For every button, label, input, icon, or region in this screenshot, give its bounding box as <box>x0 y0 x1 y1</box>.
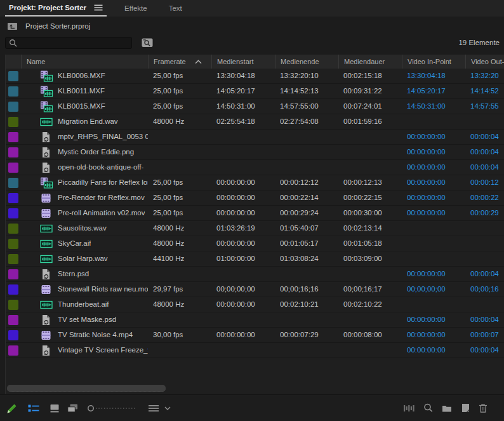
search-input[interactable] <box>5 37 132 49</box>
column-header-video-out-point[interactable]: Video Out-Point <box>465 55 504 69</box>
video-in-point-cell[interactable] <box>402 297 465 312</box>
media-end-cell[interactable]: 00:00:12:12 <box>275 175 338 190</box>
media-start-cell[interactable]: 14:05:20:17 <box>211 84 275 98</box>
delete-icon[interactable] <box>479 403 487 413</box>
video-out-point-cell[interactable] <box>465 236 504 251</box>
clip-name[interactable]: Mystic Order Eddie.png <box>58 145 134 159</box>
framerate-cell[interactable] <box>148 160 211 175</box>
video-out-point-cell[interactable]: 00:00:04 <box>465 130 504 144</box>
framerate-cell[interactable]: 48000 Hz <box>148 297 211 312</box>
framerate-cell[interactable]: 25,00 fps <box>148 190 211 205</box>
video-in-point-cell[interactable]: 14:50:31:00 <box>402 99 465 114</box>
label-color-chip[interactable] <box>8 86 18 97</box>
media-start-cell[interactable]: 00:00:00:00 <box>211 236 275 251</box>
video-in-point-cell[interactable]: 13:30:04:18 <box>402 69 465 83</box>
video-in-point-cell[interactable]: 14:05:20:17 <box>402 84 465 98</box>
clip-name[interactable]: Pre-roll Animation v02.mov <box>58 206 145 220</box>
media-start-cell[interactable] <box>211 145 275 159</box>
video-in-point-cell[interactable] <box>402 236 465 251</box>
clip-name[interactable]: Solar Harp.wav <box>58 251 108 266</box>
framerate-cell[interactable] <box>148 312 211 327</box>
video-in-point-cell[interactable] <box>402 251 465 266</box>
media-duration-cell[interactable]: 00:01:59:16 <box>338 114 402 129</box>
media-duration-cell[interactable] <box>338 343 402 358</box>
clip-name[interactable]: SkyCar.aif <box>58 236 91 251</box>
label-color-chip[interactable] <box>8 224 18 234</box>
column-header-medienende[interactable]: Medienende <box>275 55 338 69</box>
clip-name[interactable]: Migration End.wav <box>58 114 118 129</box>
video-in-point-cell[interactable]: 00:00:00:00 <box>402 175 465 190</box>
table-row[interactable]: Pre-Render for Reflex.mov25,00 fps00:00:… <box>6 190 504 206</box>
table-row[interactable]: Migration End.wav48000 Hz02:25:54:1802:2… <box>6 114 504 130</box>
horizontal-scrollbar-thumb[interactable] <box>7 385 166 392</box>
project-file-name[interactable]: Project Sorter.prproj <box>25 22 90 30</box>
video-out-point-cell[interactable]: 00:00:04 <box>465 343 504 358</box>
framerate-cell[interactable]: 48000 Hz <box>148 221 211 236</box>
table-row[interactable]: TV set Maske.psd00:00:00:0000:00:04 <box>6 312 504 328</box>
column-header-label[interactable] <box>6 55 21 69</box>
framerate-cell[interactable]: 25,00 fps <box>148 84 211 98</box>
table-row[interactable]: KLB0011.MXF25,00 fps14:05:20:1714:14:52:… <box>6 84 504 99</box>
framerate-cell[interactable]: 48000 Hz <box>148 114 211 129</box>
media-end-cell[interactable]: 00:00:07:29 <box>275 328 338 342</box>
video-out-point-cell[interactable] <box>465 221 504 236</box>
media-duration-cell[interactable]: 00:02:13:14 <box>338 221 402 236</box>
framerate-cell[interactable] <box>148 145 211 159</box>
new-item-icon[interactable] <box>461 403 470 413</box>
clip-name[interactable]: Stern.psd <box>58 267 89 281</box>
media-duration-cell[interactable]: 00:09:31:22 <box>338 84 402 98</box>
table-row[interactable]: Pre-roll Animation v02.mov25,00 fps00:00… <box>6 206 504 221</box>
media-duration-cell[interactable] <box>338 312 402 327</box>
media-end-cell[interactable]: 13:32:20:10 <box>275 69 338 83</box>
label-color-chip[interactable] <box>8 147 18 157</box>
media-duration-cell[interactable]: 00:00:22:15 <box>338 190 402 205</box>
media-start-cell[interactable]: 00:00:00:00 <box>211 328 275 342</box>
video-out-point-cell[interactable]: 00:00:04 <box>465 160 504 175</box>
label-color-chip[interactable] <box>8 239 18 249</box>
framerate-cell[interactable]: 25,00 fps <box>148 206 211 220</box>
table-row[interactable]: KLB0015.MXF25,00 fps14:50:31:0014:57:55:… <box>6 99 504 114</box>
video-in-point-cell[interactable]: 00:00:00:00 <box>402 190 465 205</box>
label-color-chip[interactable] <box>8 71 18 81</box>
media-end-cell[interactable]: 02:27:54:08 <box>275 114 338 129</box>
media-end-cell[interactable] <box>275 343 338 358</box>
zoom-slider-knob[interactable] <box>88 405 93 410</box>
media-end-cell[interactable]: 00:00:22:14 <box>275 190 338 205</box>
video-out-point-cell[interactable]: 00;00;16 <box>465 282 504 297</box>
tab-project[interactable]: Projekt: Project Sorter <box>5 0 107 17</box>
media-end-cell[interactable]: 14:57:55:00 <box>275 99 338 114</box>
video-out-point-cell[interactable]: 14:57:55 <box>465 99 504 114</box>
tab-text[interactable]: Text <box>165 0 186 17</box>
media-duration-cell[interactable]: 00:07:24:01 <box>338 99 402 114</box>
clip-name[interactable]: KLB0015.MXF <box>58 99 105 114</box>
horizontal-scrollbar[interactable] <box>7 385 503 392</box>
media-end-cell[interactable]: 00:00:29:24 <box>275 206 338 220</box>
media-end-cell[interactable] <box>275 145 338 159</box>
clip-name[interactable]: open-old-book-antique-off- <box>58 160 143 175</box>
media-start-cell[interactable] <box>211 312 275 327</box>
media-end-cell[interactable] <box>275 267 338 281</box>
framerate-cell[interactable] <box>148 130 211 144</box>
video-in-point-cell[interactable]: 00:00:00:00 <box>402 130 465 144</box>
freeform-view-button-icon[interactable] <box>67 404 78 413</box>
media-start-cell[interactable]: 01:00:00:00 <box>211 251 275 266</box>
label-color-chip[interactable] <box>8 315 18 325</box>
video-out-point-cell[interactable]: 00:00:04 <box>465 267 504 281</box>
framerate-cell[interactable]: 25,00 fps <box>148 175 211 190</box>
find-icon[interactable] <box>423 403 433 413</box>
chevron-down-icon[interactable] <box>164 406 171 410</box>
clip-name[interactable]: Pre-Render for Reflex.mov <box>58 190 145 205</box>
media-start-cell[interactable] <box>211 160 275 175</box>
media-duration-cell[interactable] <box>338 145 402 159</box>
media-start-cell[interactable]: 00:00:00:00 <box>211 206 275 220</box>
video-out-point-cell[interactable]: 13:32:20 <box>465 69 504 83</box>
media-start-cell[interactable] <box>211 130 275 144</box>
clip-name[interactable]: KLB0011.MXF <box>58 84 105 98</box>
list-view-button-icon[interactable] <box>28 404 39 413</box>
media-duration-cell[interactable]: 00:02:15:18 <box>338 69 402 83</box>
table-row[interactable]: Mystic Order Eddie.png00:00:00:0000:00:0… <box>6 145 504 160</box>
video-in-point-cell[interactable]: 00:00:00:00 <box>402 145 465 159</box>
clip-name[interactable]: Thunderbeat.aif <box>58 297 109 312</box>
clip-name[interactable]: Stonewall Riots raw neu.mo <box>58 282 148 297</box>
media-end-cell[interactable] <box>275 160 338 175</box>
